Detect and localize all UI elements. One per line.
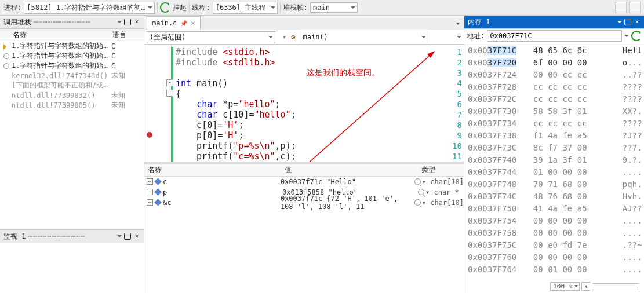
close-icon[interactable]: × (133, 233, 140, 240)
tab-overflow-icon[interactable] (456, 23, 460, 27)
annotation-text: 这是我们的栈空间。 (307, 68, 380, 78)
dropdown-icon[interactable] (617, 21, 622, 25)
stackframe-dropdown[interactable]: main (310, 2, 358, 13)
line-number: 7 (448, 109, 462, 120)
pin-icon[interactable] (124, 19, 131, 25)
callstack-row[interactable]: 1.字符指针与字符数组的初始化.exe!mainC…C (0, 61, 144, 71)
line-number: 10 (448, 141, 462, 151)
memory-row[interactable]: 0x0037F720 6f 00 00 00 o... (468, 57, 641, 69)
function-dropdown[interactable]: main() (300, 32, 428, 42)
thread-label: 线程: (192, 3, 210, 13)
memory-row[interactable]: 0x0037F738 f1 4a fe a5 ?J?? (468, 130, 641, 142)
line-number: 11 (448, 151, 462, 162)
col-type[interactable]: 类型 (418, 165, 464, 175)
line-number: 12 (448, 162, 462, 162)
memory-row[interactable]: 0x0037F72C cc cc cc cc ???? (468, 93, 641, 105)
tab-mainc[interactable]: main.c 📌 × (147, 16, 201, 30)
line-number: 8 (448, 120, 462, 130)
address-input[interactable] (487, 30, 622, 42)
thread-dropdown[interactable]: [6336] 主线程 (213, 2, 278, 14)
memory-row[interactable]: 0x0037F740 39 1a 3f 01 9.?. (468, 154, 641, 166)
line-number: 2 (448, 57, 462, 68)
line-number: 5 (448, 89, 462, 99)
col-name[interactable]: 名称 (0, 30, 110, 40)
line-number: 6 (448, 99, 462, 109)
watch-row[interactable]: +&c0x0037f71c {72 'H', 101 'e', 108 'l',… (144, 197, 464, 208)
close-icon[interactable]: × (634, 19, 641, 25)
zoom-control[interactable]: 100 % ◂ (550, 282, 639, 291)
callstack-row[interactable]: kernel32.dll!74f7343d()未知 (0, 71, 144, 80)
code-editor[interactable]: #include <stdio.h>#include <stdlib.h>int… (144, 45, 464, 162)
callstack-row[interactable]: [下面的框架可能不正确和/或缺失，没有为 (0, 80, 144, 90)
line-number: 1 (448, 47, 462, 57)
memory-title[interactable]: 内存 1 × (464, 16, 644, 29)
memory-row[interactable]: 0x0037F744 01 00 00 00 .... (468, 166, 641, 178)
tool-icon[interactable] (629, 2, 641, 13)
tool-icon[interactable] (615, 2, 627, 13)
callstack-header: 名称 语言 (0, 29, 144, 41)
memory-row[interactable]: 0x0037F71C 48 65 6c 6c Hell (468, 45, 641, 57)
fold-icon[interactable]: - (166, 79, 173, 86)
memory-row[interactable]: 0x0037F724 00 00 cc cc ..?? (468, 69, 641, 81)
memory-row[interactable]: 0x0037F758 00 00 00 00 .... (468, 227, 641, 239)
refresh-icon[interactable] (631, 31, 642, 41)
fold-icon[interactable]: - (166, 90, 173, 97)
dropdown-icon[interactable] (457, 36, 461, 41)
pin-icon[interactable] (124, 233, 131, 240)
watch-title[interactable]: 监视 1 ⋯⋯⋯⋯⋯⋯⋯⋯⋯⋯⋯⋯ × (0, 230, 144, 243)
callstack-row[interactable]: ntdll.dll!77399832()未知 (0, 90, 144, 100)
breakpoint-icon[interactable] (147, 132, 152, 138)
callstack-row[interactable]: 1.字符指针与字符数组的初始化.exe!__tmain…C (0, 51, 144, 61)
callstack-row[interactable]: 1.字符指针与字符数组的初始化.exe!main(…C (0, 41, 144, 51)
process-label: 进程: (3, 3, 21, 13)
line-number: 9 (448, 130, 462, 141)
memory-body[interactable]: 0x0037F71C 48 65 6c 6c Hell0x0037F720 6f… (464, 43, 644, 293)
memory-row[interactable]: 0x0037F74C 48 76 68 00 Hvh. (468, 191, 641, 203)
watch-pane: 监视 1 ⋯⋯⋯⋯⋯⋯⋯⋯⋯⋯⋯⋯ × (0, 229, 144, 293)
scope-dropdown[interactable]: (全局范围) (147, 31, 275, 43)
callstack-title[interactable]: 调用堆栈 ⋯⋯⋯⋯⋯⋯⋯⋯⋯⋯⋯⋯ × (0, 16, 144, 29)
memory-row[interactable]: 0x0037F750 41 4a fe a5 AJ?? (468, 203, 641, 215)
memory-row[interactable]: 0x0037F760 00 00 00 00 .... (468, 251, 641, 263)
top-toolbar: 进程: [5812] 1.字符指针与字符数组的初… 挂起 线程: [6336] … (0, 0, 644, 16)
memory-address-bar: 地址: (464, 29, 644, 43)
callstack-body[interactable]: 1.字符指针与字符数组的初始化.exe!main(…C1.字符指针与字符数组的初… (0, 41, 144, 229)
memory-row[interactable]: 0x0037F764 00 01 00 00 .... (468, 263, 641, 276)
memory-row[interactable]: 0x0037F734 cc cc cc cc ???? (468, 118, 641, 130)
callstack-row[interactable]: ntdll.dll!77399805()未知 (0, 100, 144, 110)
tab-label: main.c (152, 19, 177, 27)
memory-row[interactable]: 0x0037F728 cc cc cc cc ???? (468, 81, 641, 93)
suspend-button[interactable]: 挂起 (173, 3, 187, 13)
address-label: 地址: (467, 31, 485, 41)
overflow-icon[interactable]: ⋯⋯⋯⋯⋯⋯⋯⋯⋯⋯⋯⋯ (34, 18, 91, 26)
watch-row[interactable]: +c0x0037f71c "Hello"▾ char[10] (144, 177, 464, 187)
memory-row[interactable]: 0x0037F730 58 58 3f 01 XX?. (468, 105, 641, 118)
breadcrumb-bar: (全局范围) ▾ ⚙ main() (144, 30, 464, 45)
editor-tabbar: main.c 📌 × (144, 16, 464, 30)
close-icon[interactable]: × (191, 19, 195, 27)
col-value[interactable]: 值 (281, 165, 418, 175)
refresh-icon[interactable] (160, 2, 170, 13)
memory-row[interactable]: 0x0037F73C 8c f7 37 00 ??7. (468, 142, 641, 154)
memory-row[interactable]: 0x0037F75C 00 e0 fd 7e .??~ (468, 239, 641, 251)
stackframe-label: 堆栈帧: (283, 3, 308, 13)
process-dropdown[interactable]: [5812] 1.字符指针与字符数组的初… (24, 2, 155, 14)
overflow-icon[interactable]: ⋯⋯⋯⋯⋯⋯⋯⋯⋯⋯⋯⋯ (28, 232, 85, 240)
memory-row[interactable]: 0x0037F754 00 00 00 00 .... (468, 215, 641, 227)
dropdown-icon[interactable] (117, 21, 122, 25)
watch-header: 名称 值 类型 (144, 164, 464, 177)
dropdown-icon[interactable] (624, 35, 629, 39)
watch-body[interactable]: +c0x0037f71c "Hello"▾ char[10]+p0x013f58… (144, 177, 464, 294)
pin-icon[interactable] (624, 19, 631, 25)
col-lang[interactable]: 语言 (110, 30, 144, 40)
col-name[interactable]: 名称 (144, 165, 281, 175)
line-number: 3 (448, 68, 462, 78)
line-number: 4 (448, 78, 462, 89)
dropdown-icon[interactable] (117, 235, 122, 240)
memory-row[interactable]: 0x0037F748 70 71 68 00 pqh. (468, 178, 641, 191)
close-icon[interactable]: × (133, 19, 140, 25)
pin-icon[interactable]: 📌 (180, 20, 187, 27)
